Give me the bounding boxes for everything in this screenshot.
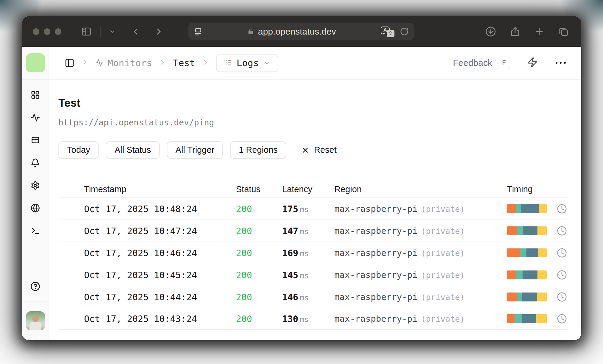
cell-latency-unit: ms xyxy=(300,293,309,302)
share-icon[interactable] xyxy=(510,26,520,37)
notifications-icon[interactable] xyxy=(31,158,40,169)
view-selector-label: Logs xyxy=(237,57,259,68)
filter-bar: Today All Status All Trigger 1 Regions R… xyxy=(58,141,581,159)
minimize-window-button[interactable] xyxy=(44,28,50,35)
monitor-endpoint-url: https://api.openstatus.dev/ping xyxy=(58,118,581,127)
forward-button[interactable] xyxy=(154,27,164,37)
cell-latency-value: 145 xyxy=(282,270,298,280)
close-window-button[interactable] xyxy=(33,28,39,35)
clock-icon[interactable] xyxy=(557,270,567,280)
panel-toggle-icon[interactable] xyxy=(65,58,74,68)
help-icon[interactable] xyxy=(30,281,40,293)
address-bar[interactable]: app.openstatus.dev A文 xyxy=(188,23,414,40)
timing-segment xyxy=(538,248,547,257)
filter-date-button[interactable]: Today xyxy=(58,141,99,159)
view-selector-button[interactable]: Logs xyxy=(216,54,278,72)
browser-titlebar: app.openstatus.dev A文 xyxy=(22,16,581,47)
cell-region-name: max-raspberry-pi xyxy=(334,292,417,302)
reload-icon[interactable] xyxy=(400,27,409,36)
clock-icon[interactable] xyxy=(557,204,567,214)
cell-timestamp: Oct 17, 2025 10:45:24 xyxy=(84,270,236,280)
timing-bar xyxy=(507,270,547,279)
quick-actions-icon[interactable] xyxy=(527,57,538,69)
clock-icon[interactable] xyxy=(557,226,567,236)
browser-sidebar-toggle-icon[interactable] xyxy=(81,26,92,37)
timing-segment xyxy=(526,248,538,257)
col-timing: Timing xyxy=(507,184,568,194)
timing-segment xyxy=(516,270,523,279)
toolbar-divider xyxy=(100,26,101,38)
chevron-right-icon xyxy=(202,58,209,67)
feedback-button[interactable]: Feedback xyxy=(453,58,492,68)
logs-icon xyxy=(224,59,232,67)
breadcrumb-monitors[interactable]: Monitors xyxy=(95,57,152,68)
col-latency: Latency xyxy=(282,184,334,194)
timing-bar xyxy=(507,204,547,213)
logs-table: Timestamp Status Latency Region Timing O… xyxy=(58,181,568,330)
page-settings-icon[interactable] xyxy=(194,27,203,36)
breadcrumb-monitor-name[interactable]: Test xyxy=(173,57,195,68)
cli-icon[interactable] xyxy=(31,226,40,237)
timing-segment xyxy=(537,293,547,301)
timing-segment xyxy=(507,226,517,235)
back-button[interactable] xyxy=(130,27,141,37)
workspace-logo[interactable] xyxy=(26,53,45,72)
clock-icon[interactable] xyxy=(557,314,567,324)
sidebar-chevron-down-icon[interactable] xyxy=(109,28,116,35)
cell-latency-unit: ms xyxy=(300,271,309,280)
cell-timestamp: Oct 17, 2025 10:48:24 xyxy=(84,204,236,214)
dashboard-icon[interactable] xyxy=(31,90,40,101)
timing-bar xyxy=(507,293,547,301)
x-icon xyxy=(301,146,310,154)
filter-regions-button[interactable]: 1 Regions xyxy=(230,141,286,159)
app-sidebar xyxy=(22,47,49,340)
table-row[interactable]: Oct 17, 2025 10:46:24 200 169 ms max-ras… xyxy=(58,242,568,264)
cell-status: 200 xyxy=(236,248,282,258)
filter-trigger-button[interactable]: All Trigger xyxy=(167,141,223,159)
cell-status: 200 xyxy=(236,292,282,302)
table-row[interactable]: Oct 17, 2025 10:48:24 200 175 ms max-ras… xyxy=(58,197,568,220)
table-row[interactable]: Oct 17, 2025 10:44:24 200 146 ms max-ras… xyxy=(58,286,568,308)
cell-region-visibility: (private) xyxy=(421,270,464,280)
timing-segment xyxy=(507,270,516,279)
col-status: Status xyxy=(236,184,282,194)
timing-segment xyxy=(507,314,515,323)
timing-segment xyxy=(536,314,547,323)
cell-region-visibility: (private) xyxy=(421,293,464,302)
cell-region-name: max-raspberry-pi xyxy=(334,248,417,258)
cell-latency-value: 130 xyxy=(282,314,298,324)
translate-icon[interactable]: A文 xyxy=(381,26,394,37)
downloads-icon[interactable] xyxy=(485,26,496,37)
timing-segment xyxy=(523,226,537,235)
cell-latency-unit: ms xyxy=(300,227,309,236)
feedback-shortcut-badge: F xyxy=(498,57,510,69)
timing-segment xyxy=(516,204,521,213)
tab-overview-icon[interactable] xyxy=(558,26,569,37)
reset-filters-button[interactable]: Reset xyxy=(301,145,337,155)
user-avatar[interactable] xyxy=(26,311,45,330)
more-options-button[interactable] xyxy=(556,62,566,64)
timing-segment xyxy=(522,314,537,323)
cell-timestamp: Oct 17, 2025 10:47:24 xyxy=(84,226,236,236)
cell-region-visibility: (private) xyxy=(421,248,464,258)
table-row[interactable]: Oct 17, 2025 10:45:24 200 145 ms max-ras… xyxy=(58,264,568,286)
settings-icon[interactable] xyxy=(31,181,40,191)
cell-status: 200 xyxy=(236,226,282,236)
timing-segment xyxy=(522,293,537,301)
cell-timestamp: Oct 17, 2025 10:43:24 xyxy=(84,314,236,324)
clock-icon[interactable] xyxy=(557,248,567,258)
timing-segment xyxy=(507,204,516,213)
cell-region-name: max-raspberry-pi xyxy=(334,314,417,324)
zoom-window-button[interactable] xyxy=(55,28,61,35)
globe-icon[interactable] xyxy=(31,203,40,214)
status-pages-icon[interactable] xyxy=(31,136,40,146)
filter-status-button[interactable]: All Status xyxy=(106,141,160,159)
timing-bar xyxy=(507,226,547,235)
page-title: Test xyxy=(58,97,581,109)
monitors-icon[interactable] xyxy=(31,113,40,123)
table-row[interactable]: Oct 17, 2025 10:43:24 200 130 ms max-ras… xyxy=(58,308,568,330)
table-row[interactable]: Oct 17, 2025 10:47:24 200 147 ms max-ras… xyxy=(58,220,568,242)
timing-bar xyxy=(507,248,547,257)
new-tab-icon[interactable] xyxy=(534,27,544,37)
clock-icon[interactable] xyxy=(557,292,567,302)
